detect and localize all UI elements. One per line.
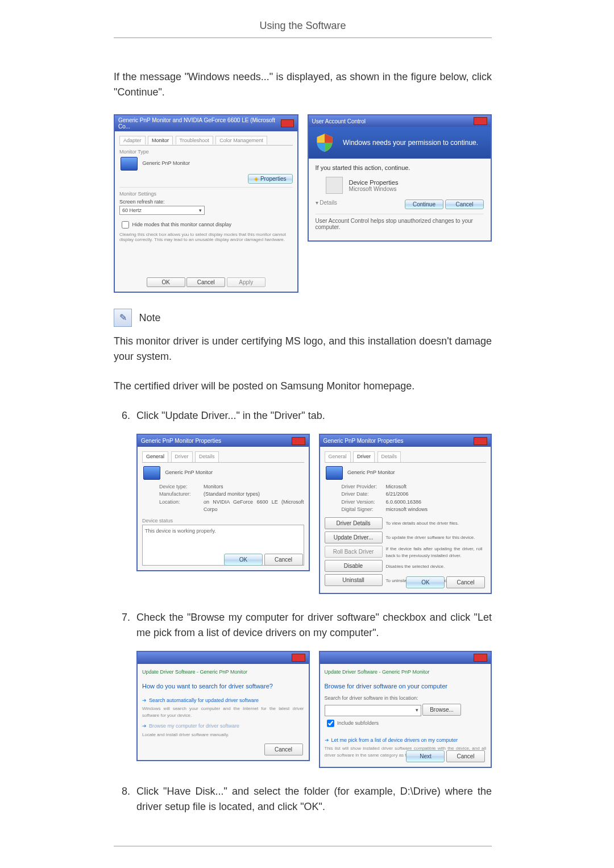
version-value: 6.0.6000.16386 (386, 499, 487, 506)
question-heading: How do you want to search for driver sof… (142, 682, 304, 691)
cancel-button[interactable]: Cancel (446, 750, 485, 762)
close-icon[interactable] (292, 437, 305, 445)
device-status-text: This device is working properly. (145, 528, 216, 534)
option-let-me-pick-label: Let me pick from a list of device driver… (331, 737, 458, 743)
cancel-button[interactable]: Cancel (445, 200, 484, 209)
step-8-text: Click "Have Disk..." and select the fold… (136, 786, 492, 812)
include-subfolders-checkbox[interactable] (327, 720, 334, 727)
refresh-rate-value: 60 Hertz (122, 207, 142, 213)
hide-modes-note: Clearing this check box allows you to se… (119, 232, 293, 242)
path-input[interactable]: ▾ (325, 705, 421, 716)
step-8: Click "Have Disk..." and select the fold… (133, 784, 492, 815)
device-type-value: Monitors (204, 483, 304, 491)
cancel-button[interactable]: Cancel (186, 277, 225, 287)
hide-modes-label: Hide modes that this monitor cannot disp… (132, 222, 232, 227)
next-button[interactable]: Next (406, 750, 445, 762)
window-title: Generic PnP Monitor Properties (323, 437, 404, 445)
date-key: Driver Date: (342, 491, 381, 499)
refresh-rate-label: Screen refresh rate: (119, 199, 293, 205)
provider-value: Microsoft (386, 483, 487, 491)
monitor-name: Generic PnP Monitor (143, 160, 190, 166)
monitor-settings-label: Monitor Settings (119, 191, 293, 197)
option-browse-desc: Locate and install driver software manua… (142, 732, 304, 738)
close-icon[interactable] (474, 654, 487, 662)
window-title (323, 654, 325, 662)
figure-1: Generic PnP Monitor and NVIDIA GeForce 6… (114, 114, 492, 293)
device-name: Generic PnP Monitor (347, 470, 395, 475)
step-7: Check the "Browse my computer for driver… (133, 610, 492, 769)
cancel-button[interactable]: Cancel (446, 576, 485, 588)
divider (114, 846, 492, 846)
window-titlebar: Generic PnP Monitor and NVIDIA GeForce 6… (115, 115, 297, 131)
apply-button[interactable]: Apply (227, 277, 265, 287)
disable-button[interactable]: Disable (325, 560, 383, 572)
tab-driver[interactable]: Driver (171, 451, 193, 462)
option-browse[interactable]: ➔Browse my computer for driver software … (142, 722, 304, 738)
continue-button[interactable]: Continue (405, 200, 443, 209)
note-paragraph-1: This monitor driver is under certifying … (114, 334, 492, 364)
location-value: on NVIDIA GeForce 6600 LE (Microsoft Cor… (204, 499, 304, 514)
tab-colormgmt[interactable]: Color Management (215, 136, 267, 144)
note-paragraph-2: The certified driver will be posted on S… (114, 379, 492, 394)
close-icon[interactable] (292, 654, 305, 662)
cancel-button[interactable]: Cancel (264, 744, 303, 755)
signer-key: Digital Signer: (342, 506, 381, 514)
manufacturer-key: Manufacturer: (159, 491, 199, 499)
update-driver-browse-window: Update Driver Software - Generic PnP Mon… (319, 651, 492, 769)
step-6: Click "Update Driver..." in the "Driver"… (133, 408, 492, 594)
steps-list: Click "Update Driver..." in the "Driver"… (114, 408, 492, 815)
option-search-auto-desc: Windows will search your computer and th… (142, 705, 304, 719)
update-driver-desc: To update the driver software for this d… (386, 534, 475, 541)
provider-key: Driver Provider: (342, 483, 381, 491)
ok-button[interactable]: OK (147, 277, 185, 287)
properties-button[interactable]: ◈ Properties (248, 174, 292, 184)
tab-details[interactable]: Details (377, 451, 401, 462)
date-value: 6/21/2006 (386, 491, 487, 499)
device-type-key: Device type: (159, 483, 199, 491)
close-icon[interactable] (474, 117, 487, 125)
close-icon[interactable] (474, 437, 487, 445)
uac-prompt: If you started this action, continue. (316, 164, 484, 171)
uac-banner-text: Windows needs your permission to continu… (343, 139, 478, 147)
hide-modes-checkbox[interactable] (122, 221, 129, 229)
monitor-properties-window: Generic PnP Monitor and NVIDIA GeForce 6… (114, 114, 298, 293)
program-icon (326, 177, 343, 194)
tab-adapter[interactable]: Adapter (119, 136, 146, 144)
tab-details[interactable]: Details (195, 451, 219, 462)
device-status-label: Device status (142, 517, 304, 525)
monitor-type-label: Monitor Type (119, 149, 293, 155)
tab-driver[interactable]: Driver (353, 451, 375, 462)
window-titlebar: User Account Control (309, 115, 491, 127)
monitor-icon (143, 466, 160, 480)
include-subfolders-label: Include subfolders (337, 720, 379, 726)
browse-button[interactable]: Browse... (422, 704, 461, 716)
device-properties-general: Generic PnP Monitor Properties General D… (136, 434, 310, 571)
tab-general[interactable]: General (142, 451, 168, 462)
driver-details-button[interactable]: Driver Details (325, 517, 383, 529)
tab-troubleshoot[interactable]: Troubleshoot (176, 136, 213, 144)
refresh-rate-select[interactable]: 60 Hertz ▾ (119, 206, 205, 215)
breadcrumb: Update Driver Software - Generic PnP Mon… (325, 668, 487, 676)
cancel-button[interactable]: Cancel (264, 554, 303, 566)
uninstall-button[interactable]: Uninstall (325, 574, 383, 586)
driver-details-desc: To view details about the driver files. (386, 520, 459, 527)
disable-desc: Disables the selected device. (386, 563, 445, 570)
signer-value: microsoft windows (386, 506, 487, 514)
update-driver-button[interactable]: Update Driver... (325, 531, 383, 543)
tab-monitor[interactable]: Monitor (148, 136, 173, 145)
rollback-driver-button[interactable]: Roll Back Driver (325, 546, 383, 558)
ok-button[interactable]: OK (224, 554, 263, 566)
shield-icon (314, 132, 335, 153)
uac-window: User Account Control Windows needs your … (308, 114, 492, 242)
device-properties-driver: Generic PnP Monitor Properties General D… (319, 434, 492, 594)
divider (114, 38, 492, 38)
step-6-text: Click "Update Driver..." in the "Driver"… (136, 410, 325, 421)
tab-general[interactable]: General (325, 451, 351, 462)
details-toggle[interactable]: Details (320, 200, 337, 206)
figure-2: Generic PnP Monitor Properties General D… (136, 434, 492, 594)
close-icon[interactable] (281, 119, 294, 127)
uac-item-title: Device Properties (349, 179, 399, 186)
option-search-auto[interactable]: ➔Search automatically for updated driver… (142, 697, 304, 720)
monitor-icon (326, 466, 343, 480)
ok-button[interactable]: OK (406, 576, 445, 588)
